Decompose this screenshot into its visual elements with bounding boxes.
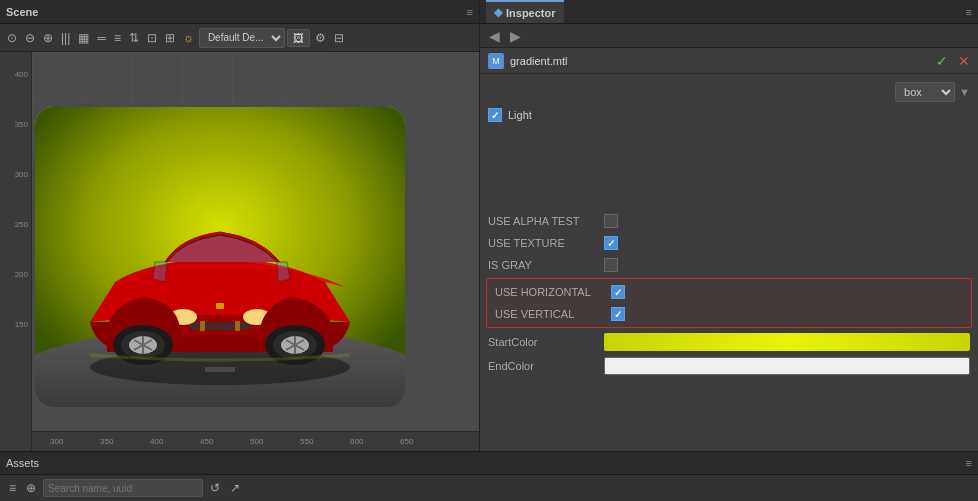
ruler-mark-150: 150 xyxy=(15,320,28,329)
view-quad-button[interactable]: ▦ xyxy=(75,29,92,47)
assets-search-input[interactable] xyxy=(43,479,203,497)
ruler-mark-200: 200 xyxy=(15,270,28,279)
ruler-mark-550b: 550 xyxy=(300,437,313,446)
light-label: Light xyxy=(508,109,532,121)
ruler-mark-650b: 650 xyxy=(400,437,413,446)
property-row-horizontal: USE HORIZONTAL xyxy=(487,281,971,303)
maximize-button[interactable]: ⊟ xyxy=(331,29,347,47)
sun-icon-button[interactable]: ☼ xyxy=(180,29,197,47)
view-horizontal-button[interactable]: ═ xyxy=(94,29,109,47)
ruler-mark-500b: 500 xyxy=(250,437,263,446)
inspector-tab-label: Inspector xyxy=(506,7,556,19)
assets-panel: Assets ≡ ≡ ⊕ ↺ ↗ xyxy=(0,451,978,501)
assets-header: Assets ≡ xyxy=(0,452,978,475)
check-red-icon[interactable]: ✕ xyxy=(958,53,970,69)
property-row-vertical: USE VERTICAL xyxy=(487,303,971,325)
ruler-mark-350b: 350 xyxy=(100,437,113,446)
scene-panel-header: Scene ≡ xyxy=(0,0,479,24)
spacer xyxy=(480,130,978,210)
zoom-fit-button[interactable]: ⊙ xyxy=(4,29,20,47)
car-svg xyxy=(35,107,405,407)
scene-viewport: 400 350 300 250 200 150 300 350 400 450 … xyxy=(0,52,479,451)
horizontal-checkbox[interactable] xyxy=(611,285,625,299)
image-settings-button[interactable]: 🖼 xyxy=(287,29,310,47)
assets-title: Assets xyxy=(6,457,39,469)
light-checkbox[interactable] xyxy=(488,108,502,122)
ruler-mark-600b: 600 xyxy=(350,437,363,446)
check-green-icon[interactable]: ✓ xyxy=(936,53,948,69)
ruler-mark-300: 300 xyxy=(15,170,28,179)
assets-refresh-icon[interactable]: ↺ xyxy=(207,479,223,497)
file-name: gradient.mtl xyxy=(510,55,930,67)
ruler-left: 400 350 300 250 200 150 xyxy=(0,52,32,451)
property-row-end-color: EndColor xyxy=(480,354,978,378)
box-select[interactable]: box xyxy=(895,82,955,102)
alpha-test-label: USE ALPHA TEST xyxy=(488,215,598,227)
light-row: Light xyxy=(480,106,978,130)
ruler-mark-450b: 450 xyxy=(200,437,213,446)
file-row: M gradient.mtl ✓ ✕ xyxy=(480,48,978,74)
inspector-header: ◆ Inspector ≡ xyxy=(480,0,978,24)
start-color-label: StartColor xyxy=(488,336,598,348)
gray-label: IS GRAY xyxy=(488,259,598,271)
property-row-gray: IS GRAY xyxy=(480,254,978,276)
scene-panel: Scene ≡ ⊙ ⊖ ⊕ ||| ▦ ═ ≡ ⇅ ⊡ ⊞ ☼ Default … xyxy=(0,0,480,451)
select-row: box ▼ xyxy=(480,80,978,106)
property-row-start-color: StartColor xyxy=(480,330,978,354)
assets-hamburger-icon[interactable]: ≡ xyxy=(966,457,972,469)
car-scene-image xyxy=(35,107,405,407)
ruler-mark-250: 250 xyxy=(15,220,28,229)
zoom-in-button[interactable]: ⊕ xyxy=(40,29,56,47)
view-select[interactable]: Default De... xyxy=(199,28,285,48)
inspector-tab[interactable]: ◆ Inspector xyxy=(486,0,564,23)
scene-toolbar: ⊙ ⊖ ⊕ ||| ▦ ═ ≡ ⇅ ⊡ ⊞ ☼ Default De... 🖼 … xyxy=(0,24,479,52)
end-color-picker[interactable] xyxy=(604,357,970,375)
inspector-hamburger-icon[interactable]: ≡ xyxy=(966,6,972,18)
zoom-out-button[interactable]: ⊖ xyxy=(22,29,38,47)
gear-button[interactable]: ⚙ xyxy=(312,29,329,47)
ruler-mark-400: 400 xyxy=(15,70,28,79)
assets-settings-icon[interactable]: ↗ xyxy=(227,479,243,497)
select-arrow-icon: ▼ xyxy=(959,86,970,98)
highlighted-section: USE HORIZONTAL USE VERTICAL xyxy=(486,278,972,328)
property-row-alpha: USE ALPHA TEST xyxy=(480,210,978,232)
svg-rect-6 xyxy=(190,322,250,330)
inspector-body: box ▼ Light USE ALPHA TEST USE TEXTURE xyxy=(480,74,978,451)
start-color-picker[interactable] xyxy=(604,333,970,351)
inspector-panel: ◆ Inspector ≡ ◀ ▶ M gradient.mtl ✓ ✕ box xyxy=(480,0,978,451)
ruler-mark-300: 300 xyxy=(50,437,63,446)
file-icon-letter: M xyxy=(492,56,500,66)
property-row-texture: USE TEXTURE xyxy=(480,232,978,254)
view-vertical-button[interactable]: ≡ xyxy=(111,29,124,47)
horizontal-label: USE HORIZONTAL xyxy=(495,286,605,298)
view-arrows-button[interactable]: ⇅ xyxy=(126,29,142,47)
ruler-mark-350: 350 xyxy=(15,120,28,129)
scene-title: Scene xyxy=(6,6,38,18)
inspector-nav: ◀ ▶ xyxy=(480,24,978,48)
nav-forward-button[interactable]: ▶ xyxy=(507,28,524,44)
nav-back-button[interactable]: ◀ xyxy=(486,28,503,44)
view-rotate-button[interactable]: ⊡ xyxy=(144,29,160,47)
ruler-mark-400b: 400 xyxy=(150,437,163,446)
file-icon: M xyxy=(488,53,504,69)
hamburger-icon[interactable]: ≡ xyxy=(467,6,473,18)
inspector-tab-icon: ◆ xyxy=(494,6,502,19)
vertical-checkbox[interactable] xyxy=(611,307,625,321)
assets-list-icon[interactable]: ≡ xyxy=(6,479,19,497)
end-color-label: EndColor xyxy=(488,360,598,372)
alpha-test-checkbox[interactable] xyxy=(604,214,618,228)
vertical-label: USE VERTICAL xyxy=(495,308,605,320)
gray-checkbox[interactable] xyxy=(604,258,618,272)
view-grid2-button[interactable]: ⊞ xyxy=(162,29,178,47)
texture-label: USE TEXTURE xyxy=(488,237,598,249)
view-grid-button[interactable]: ||| xyxy=(58,29,73,47)
svg-rect-8 xyxy=(235,321,240,331)
texture-checkbox[interactable] xyxy=(604,236,618,250)
scene-header-icons: ≡ xyxy=(467,6,473,18)
main-area: Scene ≡ ⊙ ⊖ ⊕ ||| ▦ ═ ≡ ⇅ ⊡ ⊞ ☼ Default … xyxy=(0,0,978,451)
ruler-bottom: 300 350 400 450 500 550 600 650 xyxy=(32,431,479,451)
assets-toolbar: ≡ ⊕ ↺ ↗ xyxy=(0,475,978,501)
svg-rect-23 xyxy=(216,303,224,309)
assets-add-icon[interactable]: ⊕ xyxy=(23,479,39,497)
svg-rect-7 xyxy=(200,321,205,331)
